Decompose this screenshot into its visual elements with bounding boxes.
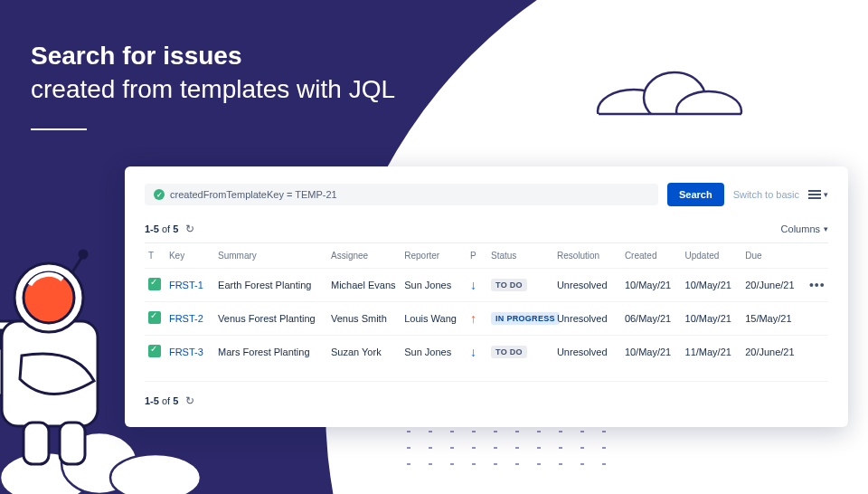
svg-rect-3	[596, 114, 744, 136]
cell-summary[interactable]: Mars Forest Planting	[214, 336, 327, 369]
chevron-down-icon: ▾	[824, 224, 828, 233]
row-actions[interactable]	[806, 336, 828, 369]
cell-due: 20/June/21	[741, 269, 806, 302]
issue-type-icon	[148, 345, 161, 357]
count-range: 1-5	[145, 223, 159, 234]
switch-to-basic-link[interactable]: Switch to basic	[733, 189, 799, 200]
col-key[interactable]: Key	[165, 243, 214, 269]
status-lozenge: TO DO	[491, 346, 527, 358]
cell-created: 10/May/21	[621, 269, 682, 302]
col-resolution[interactable]: Resolution	[553, 243, 621, 269]
jql-query-text: createdFromTemplateKey = TEMP-21	[170, 189, 337, 200]
astronaut-illustration	[0, 240, 127, 475]
hero-title: Search for issues	[31, 40, 395, 71]
col-assignee[interactable]: Assignee	[327, 243, 401, 269]
results-meta-top: 1-5 of 5 ↻ Columns ▾	[145, 223, 828, 235]
table-row[interactable]: FRST-2Venus Forest PlantingVenus SmithLo…	[145, 302, 828, 336]
cell-summary[interactable]: Earth Forest Planting	[214, 269, 327, 302]
cell-updated: 10/May/21	[682, 302, 742, 336]
status-lozenge: TO DO	[491, 279, 527, 291]
refresh-icon[interactable]: ↻	[185, 223, 194, 235]
col-updated[interactable]: Updated	[682, 243, 742, 269]
results-meta-bottom: 1-5 of 5 ↻	[145, 381, 828, 407]
hero: Search for issues created from templates…	[31, 40, 395, 130]
col-reporter[interactable]: Reporter	[401, 243, 467, 269]
issue-type-icon	[148, 311, 161, 324]
columns-label: Columns	[781, 223, 820, 234]
cell-due: 15/May/21	[741, 302, 806, 336]
svg-line-13	[72, 258, 81, 272]
cell-key[interactable]: FRST-1	[165, 269, 214, 302]
cell-created: 06/May/21	[621, 302, 682, 336]
priority-icon: ↑	[470, 311, 476, 326]
priority-icon: ↓	[470, 345, 476, 359]
row-actions[interactable]: •••	[806, 269, 828, 302]
columns-button[interactable]: Columns ▾	[781, 223, 828, 234]
col-type[interactable]: T	[145, 243, 165, 269]
cell-assignee: Venus Smith	[327, 302, 401, 336]
count-of: of	[162, 395, 170, 406]
results-count: 1-5 of 5 ↻	[145, 223, 194, 235]
col-created[interactable]: Created	[621, 243, 682, 269]
svg-rect-15	[24, 423, 49, 464]
count-range: 1-5	[145, 395, 159, 406]
row-actions[interactable]	[806, 302, 828, 336]
cell-created: 10/May/21	[621, 336, 682, 369]
cell-key[interactable]: FRST-2	[165, 302, 214, 336]
cell-due: 20/June/21	[741, 336, 806, 369]
cell-reporter: Louis Wang	[401, 302, 467, 336]
issues-table: T Key Summary Assignee Reporter P Status…	[145, 242, 828, 368]
priority-icon: ↓	[470, 278, 476, 292]
cell-resolution: Unresolved	[553, 269, 621, 302]
hero-subtitle: created from templates with JQL	[31, 73, 395, 105]
search-button[interactable]: Search	[667, 183, 724, 206]
count-total: 5	[173, 395, 178, 406]
cell-summary[interactable]: Venus Forest Planting	[214, 302, 327, 336]
jql-input[interactable]: ✓ createdFromTemplateKey = TEMP-21	[145, 184, 658, 205]
hero-rule	[31, 128, 87, 130]
cell-resolution: Unresolved	[553, 302, 621, 336]
jql-valid-icon: ✓	[154, 189, 165, 200]
col-due[interactable]: Due	[741, 243, 806, 269]
count-of: of	[162, 223, 170, 234]
table-header-row: T Key Summary Assignee Reporter P Status…	[145, 243, 828, 269]
cell-reporter: Sun Jones	[401, 269, 467, 302]
status-lozenge: IN PROGRESS	[491, 312, 560, 325]
issue-type-icon	[148, 278, 161, 290]
svg-point-14	[80, 251, 87, 258]
view-toggle[interactable]: ▾	[808, 190, 828, 199]
col-status[interactable]: Status	[487, 243, 553, 269]
col-priority[interactable]: P	[467, 243, 487, 269]
svg-rect-16	[60, 423, 85, 464]
count-total: 5	[173, 223, 178, 234]
table-row[interactable]: FRST-3Mars Forest PlantingSuzan YorkSun …	[145, 336, 828, 369]
cell-updated: 11/May/21	[682, 336, 742, 369]
issues-panel: ✓ createdFromTemplateKey = TEMP-21 Searc…	[125, 166, 848, 427]
cell-updated: 10/May/21	[682, 269, 742, 302]
filter-row: ✓ createdFromTemplateKey = TEMP-21 Searc…	[145, 183, 828, 206]
cell-assignee: Michael Evans	[327, 269, 401, 302]
cell-reporter: Sun Jones	[401, 336, 467, 369]
cloud-decoration	[593, 62, 747, 136]
chevron-down-icon: ▾	[824, 190, 828, 199]
list-view-icon	[808, 190, 821, 199]
table-row[interactable]: FRST-1Earth Forest PlantingMichael Evans…	[145, 269, 828, 302]
cell-assignee: Suzan York	[327, 336, 401, 369]
col-summary[interactable]: Summary	[214, 243, 327, 269]
cell-resolution: Unresolved	[553, 336, 621, 369]
refresh-icon[interactable]: ↻	[185, 394, 194, 407]
cell-key[interactable]: FRST-3	[165, 336, 214, 369]
